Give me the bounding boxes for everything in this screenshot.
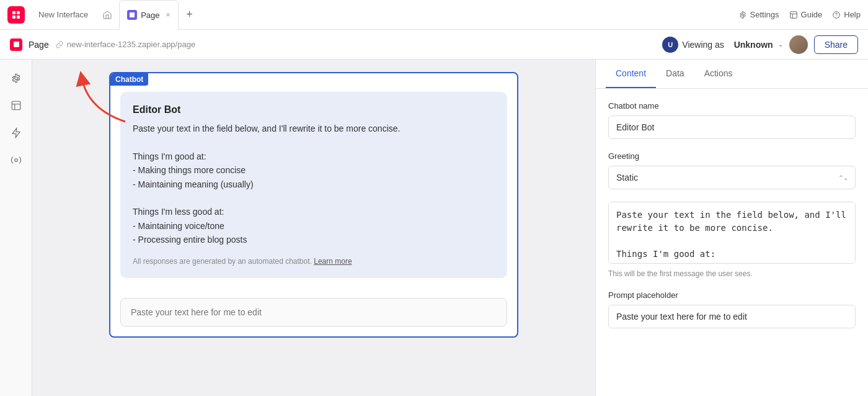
svg-rect-3 <box>17 16 20 19</box>
url-pill[interactable]: new-interface-1235.zapier.app/page <box>55 40 195 49</box>
app-title[interactable]: New Interface <box>31 0 95 30</box>
tab-content[interactable]: Content <box>606 60 656 88</box>
chatbot-widget: Chatbot Editor Bot Paste your text in th… <box>109 72 518 338</box>
bot-disclaimer: All responses are generated by an automa… <box>133 257 495 266</box>
canvas-area: Chatbot Editor Bot Paste your text in th… <box>32 60 595 396</box>
viewing-chevron-icon: ⌄ <box>778 41 783 48</box>
chatbot-name-input[interactable] <box>608 115 856 139</box>
page-tab[interactable]: Page × <box>119 0 178 30</box>
tab-actions[interactable]: Actions <box>694 60 743 88</box>
sidebar-advanced-icon[interactable] <box>5 149 27 171</box>
main-layout: Chatbot Editor Bot Paste your text in th… <box>0 60 868 396</box>
guide-action[interactable]: Guide <box>789 10 823 19</box>
help-action[interactable]: Help <box>832 10 861 19</box>
learn-more-link[interactable]: Learn more <box>314 257 352 266</box>
chat-input-area <box>110 288 517 336</box>
prompt-placeholder-label: Prompt placeholder <box>608 290 856 300</box>
chatbot-message-bubble: Editor Bot Paste your text in the field … <box>120 92 507 278</box>
tab-add-button[interactable]: + <box>181 6 198 24</box>
svg-rect-1 <box>17 11 20 14</box>
svg-rect-6 <box>790 11 797 18</box>
user-avatar[interactable] <box>789 35 808 54</box>
sidebar-layout-icon[interactable] <box>5 94 27 117</box>
sidebar-settings-icon[interactable] <box>5 67 27 89</box>
share-button[interactable]: Share <box>814 35 858 54</box>
page-icon <box>10 38 22 51</box>
svg-point-5 <box>742 14 744 16</box>
unknown-avatar: U <box>662 37 678 53</box>
home-icon[interactable] <box>98 6 117 24</box>
greeting-select-wrapper: Static Dynamic <box>608 166 856 189</box>
top-bar-actions: Settings Guide Help <box>738 10 861 19</box>
greeting-hint: This will be the first message the user … <box>608 269 856 278</box>
svg-rect-4 <box>130 12 135 17</box>
settings-action[interactable]: Settings <box>738 10 779 19</box>
left-sidebar <box>0 60 32 396</box>
greeting-select[interactable]: Static Dynamic <box>608 166 856 189</box>
panel-tabs: Content Data Actions <box>596 60 868 89</box>
greeting-field-group: Greeting Static Dynamic <box>608 151 856 189</box>
page-tab-icon <box>127 10 137 20</box>
prompt-placeholder-input[interactable] <box>608 305 856 328</box>
sidebar-bolt-icon[interactable] <box>5 122 27 144</box>
prompt-placeholder-field-group: Prompt placeholder <box>608 290 856 328</box>
svg-rect-8 <box>14 42 19 47</box>
right-panel: Content Data Actions Chatbot name Greeti… <box>595 60 868 396</box>
viewing-as-selector[interactable]: U Viewing as Unknown ⌄ <box>662 37 782 53</box>
svg-rect-10 <box>12 101 20 110</box>
bot-message: Paste your text in the field below, and … <box>133 122 495 247</box>
second-bar: Page new-interface-1235.zapier.app/page … <box>0 30 868 60</box>
bot-name: Editor Bot <box>133 104 495 115</box>
app-icon <box>7 6 25 24</box>
chatbot-name-label: Chatbot name <box>608 101 856 110</box>
greeting-label: Greeting <box>608 151 856 161</box>
svg-rect-2 <box>12 16 16 19</box>
svg-point-11 <box>14 159 17 162</box>
second-bar-page-title: Page <box>29 40 49 50</box>
tab-data[interactable]: Data <box>656 60 694 88</box>
chatbot-label: Chatbot <box>110 73 148 86</box>
tab-close-icon[interactable]: × <box>166 11 170 19</box>
chat-input[interactable] <box>120 298 507 326</box>
svg-point-9 <box>14 77 17 80</box>
greeting-textarea[interactable]: Paste your text in the field below, and … <box>608 202 856 264</box>
top-bar: New Interface Page × + Settings Guide He… <box>0 0 868 30</box>
panel-content: Chatbot name Greeting Static Dynamic Pas… <box>596 89 868 396</box>
chatbot-name-field-group: Chatbot name <box>608 101 856 139</box>
greeting-text-field-group: Paste your text in the field below, and … <box>608 202 856 278</box>
svg-rect-0 <box>12 11 16 14</box>
